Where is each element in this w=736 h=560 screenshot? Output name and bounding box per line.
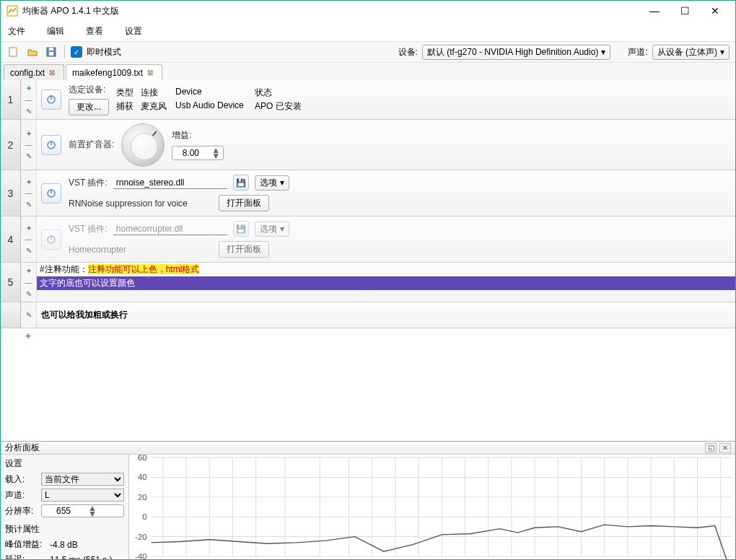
change-button[interactable]: 更改...: [69, 99, 109, 115]
power-toggle[interactable]: [41, 229, 61, 250]
row-number: [1, 302, 21, 328]
window-title: 均衡器 APO 1.4.1 中文版: [22, 5, 640, 17]
channel-select[interactable]: 从设备 (立体声)▾: [652, 45, 730, 60]
save-icon[interactable]: 💾: [233, 175, 249, 191]
res-label: 分辨率:: [5, 505, 38, 517]
remove-button[interactable]: —: [24, 140, 34, 150]
app-icon: [6, 5, 18, 17]
val-conn: 麦克风: [141, 100, 172, 113]
device-table: 类型 连接 Device 状态 捕获 麦克风 Usb Audio Device …: [116, 87, 731, 113]
comment-body[interactable]: #注释功能：注释功能可以上色，html格式 文字的底也可以设置颜色: [37, 263, 735, 302]
menu-edit[interactable]: 编辑: [47, 25, 64, 38]
close-icon[interactable]: ⊠: [49, 69, 58, 77]
analysis-chart: 6040200-20-40: [129, 455, 735, 559]
row-number: 1: [1, 80, 21, 119]
instant-mode-label: 即时模式: [87, 46, 121, 58]
row-number: 3: [1, 170, 21, 216]
load-label: 载入:: [5, 473, 38, 486]
dock-button[interactable]: ◱: [705, 443, 717, 453]
new-file-button[interactable]: [6, 45, 21, 59]
ch-label: 声道:: [5, 489, 38, 502]
chevron-down-icon: ▾: [720, 47, 724, 57]
chevron-down-icon: ▾: [280, 178, 284, 188]
vst-dll-input[interactable]: [113, 177, 227, 189]
remove-button[interactable]: —: [24, 277, 34, 287]
close-panel-button[interactable]: ✕: [719, 443, 731, 453]
row-bold-comment: ✎ 也可以给我加粗或换行: [1, 302, 735, 328]
edit-button[interactable]: ✎: [24, 289, 34, 299]
row-number: 2: [1, 120, 21, 170]
col-conn: 连接: [141, 87, 172, 99]
open-panel-button[interactable]: 打开面板: [219, 241, 269, 258]
channel-label: 声道:: [628, 46, 647, 58]
row-number: 5: [1, 263, 21, 302]
chevron-down-icon: ▾: [601, 47, 605, 57]
load-select[interactable]: 当前文件: [41, 473, 124, 486]
power-toggle[interactable]: [41, 183, 61, 204]
editor: 1 ＋—✎ 选定设备: 更改... 类型 连接 Device 状态 捕获 麦克风…: [1, 80, 735, 441]
add-button[interactable]: ＋: [24, 128, 34, 139]
edit-button[interactable]: ✎: [24, 152, 34, 162]
comment-highlight: 注释功能可以上色，html格式: [88, 264, 200, 274]
toolbar: ✓ 即时模式 设备: 默认 (tf-g270 - NVIDIA High Def…: [1, 41, 735, 63]
svg-text:60: 60: [138, 455, 147, 462]
menu-settings[interactable]: 设置: [125, 25, 142, 38]
col-status: 状态: [255, 87, 731, 99]
remove-button[interactable]: —: [24, 235, 34, 245]
save-icon[interactable]: 💾: [233, 221, 249, 237]
options-dropdown[interactable]: 选项 ▾: [255, 222, 289, 237]
svg-text:0: 0: [142, 512, 146, 521]
close-icon[interactable]: ⊠: [147, 69, 156, 77]
menu-file[interactable]: 文件: [8, 25, 25, 38]
close-button[interactable]: ✕: [701, 2, 730, 19]
minimize-button[interactable]: —: [640, 2, 669, 19]
open-panel-button[interactable]: 打开面板: [219, 195, 269, 211]
device-select[interactable]: 默认 (tf-g270 - NVIDIA High Definition Aud…: [422, 45, 610, 60]
vst-label: VST 插件:: [69, 223, 108, 235]
maximize-button[interactable]: ☐: [670, 2, 699, 19]
gain-input[interactable]: [172, 148, 209, 158]
tab-label: maikefeng1009.txt: [72, 68, 143, 78]
gain-spinner[interactable]: ▲▼: [172, 146, 224, 160]
svg-text:-20: -20: [135, 533, 146, 541]
menu-view[interactable]: 查看: [86, 25, 103, 38]
add-button[interactable]: ＋: [24, 266, 34, 276]
res-spinner[interactable]: ▲▼: [41, 504, 124, 517]
add-button[interactable]: ＋: [24, 223, 34, 233]
vst-label: VST 插件:: [69, 177, 108, 189]
ch-select[interactable]: L: [41, 489, 124, 502]
svg-rect-5: [49, 48, 53, 51]
col-device: Device: [175, 87, 252, 99]
chevron-down-icon: ▾: [280, 224, 284, 234]
add-button[interactable]: ＋: [24, 83, 34, 93]
options-dropdown[interactable]: 选项 ▾: [255, 175, 289, 191]
add-button[interactable]: ＋: [24, 177, 34, 187]
val-status: APO 已安装: [255, 100, 731, 113]
remove-button[interactable]: —: [24, 95, 34, 105]
val-type: 捕获: [116, 100, 138, 113]
tab-config[interactable]: config.txt ⊠: [4, 64, 64, 80]
remove-button[interactable]: —: [24, 188, 34, 198]
analysis-panel: 分析面板 ◱ ✕ 设置 载入:当前文件 声道:L 分辨率:▲▼ 预计属性 峰值增…: [1, 441, 735, 559]
vst-dll-input[interactable]: [113, 223, 227, 235]
power-toggle[interactable]: [41, 89, 61, 110]
bold-text[interactable]: 也可以给我加粗或换行: [37, 302, 735, 328]
svg-text:40: 40: [138, 473, 147, 482]
save-file-button[interactable]: [44, 45, 58, 59]
tab-label: config.txt: [10, 68, 45, 78]
row-device: 1 ＋—✎ 选定设备: 更改... 类型 连接 Device 状态 捕获 麦克风…: [1, 80, 735, 120]
instant-mode-checkbox[interactable]: ✓: [71, 46, 82, 58]
plugin-name: Homecorrupter: [69, 245, 213, 255]
tab-maikefeng[interactable]: maikefeng1009.txt ⊠: [66, 64, 162, 80]
edit-button[interactable]: ✎: [24, 200, 34, 210]
edit-button[interactable]: ✎: [24, 106, 34, 116]
titlebar: 均衡器 APO 1.4.1 中文版 — ☐ ✕: [1, 1, 735, 21]
open-file-button[interactable]: [25, 45, 40, 59]
edit-button[interactable]: ✎: [24, 246, 34, 256]
edit-button[interactable]: ✎: [24, 310, 34, 320]
power-toggle[interactable]: [41, 135, 61, 155]
device-label: 设备:: [398, 46, 418, 58]
row-vst-rnnoise: 3 ＋—✎ VST 插件: 💾 选项 ▾ RNNoise suppression…: [1, 170, 735, 216]
gain-knob[interactable]: [121, 123, 165, 167]
add-row-button[interactable]: ＋: [24, 330, 32, 342]
